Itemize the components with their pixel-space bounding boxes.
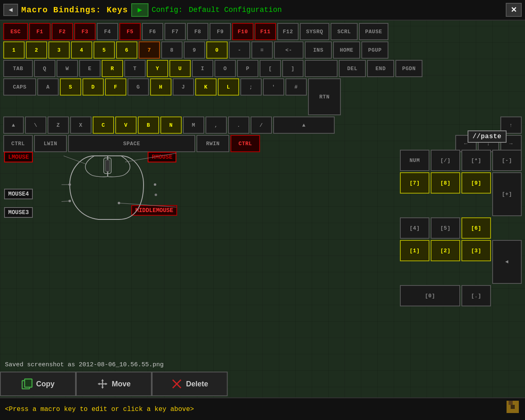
- key-s[interactable]: S: [60, 78, 81, 96]
- key-numdot[interactable]: [.]: [461, 285, 491, 306]
- key-num6[interactable]: [6]: [461, 217, 491, 239]
- key-num7[interactable]: [7]: [400, 172, 429, 194]
- mouse4-label[interactable]: MOUSE4: [4, 189, 33, 199]
- key-rctrl[interactable]: CTRL: [231, 135, 260, 152]
- key-i[interactable]: I: [192, 60, 213, 77]
- key-hash[interactable]: #: [285, 78, 307, 96]
- key-h[interactable]: H: [150, 78, 171, 96]
- key-backslash[interactable]: [305, 60, 338, 77]
- key-comma[interactable]: ,: [205, 116, 227, 134]
- key-q[interactable]: Q: [34, 60, 55, 77]
- key-scrl[interactable]: SCRL: [331, 23, 358, 40]
- key-del[interactable]: DEL: [339, 60, 366, 77]
- key-w[interactable]: W: [57, 60, 78, 77]
- key-x[interactable]: X: [70, 116, 91, 134]
- key-num3[interactable]: [3]: [461, 240, 491, 261]
- key-num1[interactable]: [1]: [400, 240, 429, 261]
- key-e[interactable]: E: [79, 60, 100, 77]
- key-r[interactable]: R: [102, 60, 123, 77]
- key-f3[interactable]: F3: [74, 23, 96, 40]
- key-minus[interactable]: -: [229, 41, 250, 59]
- key-9[interactable]: 9: [184, 41, 205, 59]
- key-period[interactable]: .: [228, 116, 249, 134]
- key-backspace[interactable]: <-: [274, 41, 304, 59]
- key-slash[interactable]: /: [251, 116, 272, 134]
- key-pause[interactable]: PAUSE: [359, 23, 388, 40]
- key-j[interactable]: J: [173, 78, 194, 96]
- key-home[interactable]: HOME: [333, 41, 360, 59]
- key-8[interactable]: 8: [161, 41, 183, 59]
- key-backslash2[interactable]: \: [25, 116, 46, 134]
- key-caps[interactable]: CAPS: [3, 78, 36, 96]
- key-num9[interactable]: [9]: [461, 172, 491, 194]
- key-numdiv[interactable]: [/]: [431, 150, 460, 171]
- key-t[interactable]: T: [124, 60, 146, 77]
- key-f9[interactable]: F9: [210, 23, 231, 40]
- key-f5[interactable]: F5: [119, 23, 141, 40]
- key-v[interactable]: V: [115, 116, 137, 134]
- key-sysrq[interactable]: SYSRQ: [300, 23, 329, 40]
- delete-button[interactable]: Delete: [152, 372, 228, 396]
- key-6[interactable]: 6: [116, 41, 137, 59]
- key-5[interactable]: 5: [94, 41, 115, 59]
- key-f7[interactable]: F7: [164, 23, 186, 40]
- key-numplus[interactable]: [+]: [492, 172, 522, 216]
- key-lbracket[interactable]: [: [260, 60, 281, 77]
- copy-button[interactable]: Copy: [0, 372, 76, 396]
- key-f11[interactable]: F11: [255, 23, 276, 40]
- play-button[interactable]: ►: [131, 3, 148, 17]
- key-f4[interactable]: F4: [97, 23, 118, 40]
- key-rshift[interactable]: ▲: [273, 116, 335, 134]
- key-ins[interactable]: INS: [305, 41, 332, 59]
- key-num8[interactable]: [8]: [431, 172, 460, 194]
- key-4[interactable]: 4: [71, 41, 92, 59]
- key-pgdn[interactable]: PGDN: [395, 60, 422, 77]
- key-semicolon[interactable]: ;: [240, 78, 262, 96]
- key-p[interactable]: P //paste: [237, 60, 258, 77]
- key-k[interactable]: K: [195, 78, 217, 96]
- key-y[interactable]: Y: [147, 60, 168, 77]
- key-numminus[interactable]: [-]: [492, 150, 522, 171]
- key-num4[interactable]: [4]: [400, 217, 429, 239]
- key-0[interactable]: 0: [206, 41, 228, 59]
- key-tab[interactable]: TAB: [3, 60, 33, 77]
- key-num0[interactable]: [0]: [400, 285, 460, 306]
- key-f8[interactable]: F8: [187, 23, 208, 40]
- key-lctrl[interactable]: CTRL: [3, 135, 33, 152]
- key-b[interactable]: B: [138, 116, 159, 134]
- key-f12[interactable]: F12: [277, 23, 299, 40]
- key-f6[interactable]: F6: [142, 23, 163, 40]
- key-g[interactable]: G: [128, 78, 149, 96]
- key-lshift[interactable]: ▲: [3, 116, 24, 134]
- key-rbracket[interactable]: ]: [282, 60, 304, 77]
- key-f1[interactable]: F1: [29, 23, 50, 40]
- close-button[interactable]: ✕: [506, 3, 522, 17]
- key-end[interactable]: END: [367, 60, 394, 77]
- key-numenter[interactable]: ◄: [492, 240, 522, 284]
- key-rwin[interactable]: RWIN: [196, 135, 229, 152]
- key-nummul[interactable]: [*]: [461, 150, 491, 171]
- key-7[interactable]: 7: [139, 41, 160, 59]
- key-m[interactable]: M: [183, 116, 204, 134]
- key-n[interactable]: N: [160, 116, 182, 134]
- key-a[interactable]: A: [37, 78, 59, 96]
- back-button[interactable]: ◄: [3, 4, 18, 16]
- key-u[interactable]: U: [169, 60, 191, 77]
- key-num5[interactable]: [5]: [431, 217, 460, 239]
- key-num2[interactable]: [2]: [431, 240, 460, 261]
- key-2[interactable]: 2: [26, 41, 47, 59]
- key-quote[interactable]: ': [263, 78, 284, 96]
- key-equals[interactable]: =: [251, 41, 273, 59]
- mouse3-label[interactable]: MOUSE3: [4, 207, 33, 218]
- key-f2[interactable]: F2: [52, 23, 73, 40]
- key-pgup[interactable]: PGUP: [361, 41, 388, 59]
- move-button[interactable]: Move: [76, 372, 152, 396]
- key-esc[interactable]: ESC: [3, 23, 28, 40]
- key-f10[interactable]: F10: [232, 23, 253, 40]
- key-z[interactable]: Z: [48, 116, 69, 134]
- key-1[interactable]: 1: [3, 41, 25, 59]
- key-c[interactable]: C: [93, 116, 114, 134]
- key-d[interactable]: D: [82, 78, 104, 96]
- key-l[interactable]: L: [218, 78, 239, 96]
- key-o[interactable]: O: [215, 60, 236, 77]
